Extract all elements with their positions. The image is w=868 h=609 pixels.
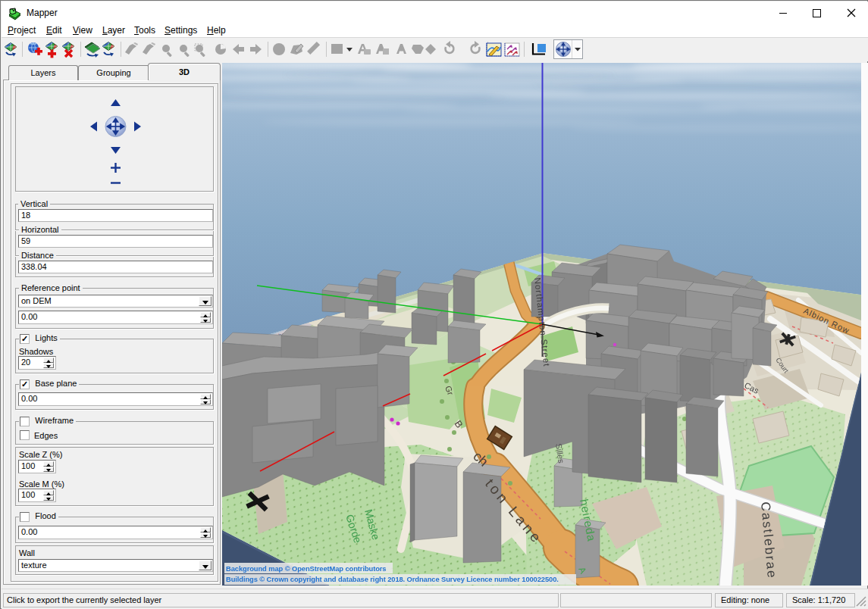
svg-text:Buildings © Crown copyright an: Buildings © Crown copyright and database…: [226, 575, 559, 583]
svg-text:Background map © OpenStreetMap: Background map © OpenStreetMap contribut…: [226, 564, 387, 573]
